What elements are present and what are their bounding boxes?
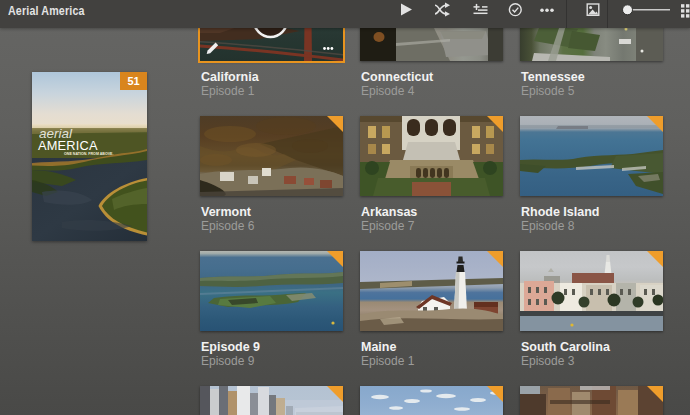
svg-text:ONE NATION. FROM ABOVE.: ONE NATION. FROM ABOVE.: [64, 152, 114, 156]
svg-text:AMERICA: AMERICA: [38, 138, 98, 153]
